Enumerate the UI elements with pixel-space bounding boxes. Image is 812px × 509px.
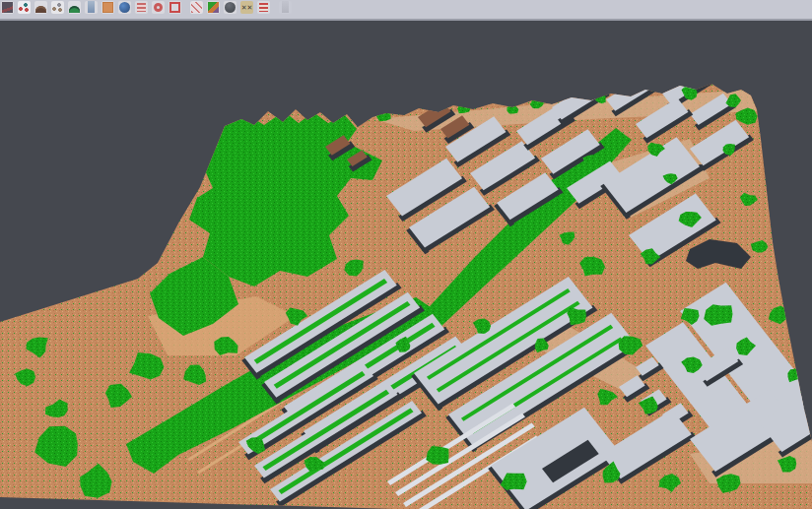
point-cloud-tool-icon[interactable] xyxy=(1,1,14,14)
selection-brackets-tool-icon[interactable] xyxy=(169,1,181,14)
toolbar-group xyxy=(1,0,181,14)
toolbar-group xyxy=(279,0,292,14)
faint-tool-icon[interactable] xyxy=(279,1,292,14)
green-terrain-tool-icon[interactable] xyxy=(68,1,81,14)
point-cloud-scene xyxy=(0,21,812,509)
toolbar xyxy=(0,0,812,21)
ortho-image-tool-icon[interactable] xyxy=(102,1,114,14)
labeled-points-tool-icon[interactable] xyxy=(18,1,31,14)
profile-panel-tool-icon[interactable] xyxy=(85,1,98,14)
hatch-region-tool-icon[interactable] xyxy=(190,1,203,14)
globe-tool-icon[interactable] xyxy=(118,1,131,14)
application-window xyxy=(0,0,812,509)
mesh-terrain-tool-icon[interactable] xyxy=(34,1,47,14)
toolbar-group xyxy=(190,0,270,14)
sparse-points-tool-icon[interactable] xyxy=(51,1,64,14)
ring-tool-icon[interactable] xyxy=(152,1,165,14)
viewport-3d[interactable] xyxy=(0,21,812,509)
layers-tool-icon[interactable] xyxy=(135,1,148,14)
dark-sphere-tool-icon[interactable] xyxy=(224,1,237,14)
red-bars-tool-icon[interactable] xyxy=(257,1,270,14)
dead-tree-tool-icon[interactable] xyxy=(240,1,253,14)
classification-palette-tool-icon[interactable] xyxy=(207,1,220,14)
